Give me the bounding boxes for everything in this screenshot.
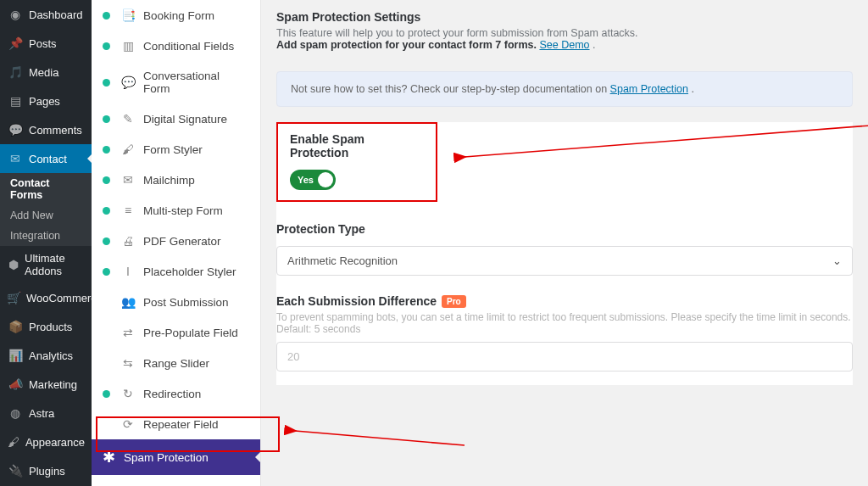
- pro-badge: Pro: [442, 295, 466, 308]
- wp-menu-label: Comments: [29, 124, 82, 137]
- status-dot-icon: [103, 12, 110, 20]
- enable-block-highlight: Enable Spam Protection Yes: [276, 122, 437, 202]
- addon-item-mailchimp[interactable]: ✉Mailchimp: [92, 165, 260, 195]
- page-icon: ▤: [7, 92, 24, 109]
- doc-link[interactable]: Spam Protection: [610, 83, 688, 95]
- wp-menu-label: Media: [29, 66, 58, 79]
- wp-menu-plugins[interactable]: 🔌Plugins: [0, 456, 92, 485]
- addon-item-repeater-field[interactable]: ⟳Repeater Field: [92, 409, 260, 439]
- addons-panel: 📑Booking Form▥Conditional Fields💬Convers…: [92, 0, 261, 486]
- status-dot-icon: [103, 207, 110, 215]
- wp-submenu-add-new[interactable]: Add New: [0, 205, 92, 226]
- addon-icon: ⟳: [121, 417, 135, 431]
- settings-subtitle-strong: Add spam protection for your contact for…: [276, 39, 539, 51]
- wp-submenu-integration[interactable]: Integration: [0, 226, 92, 246]
- wp-menu-astra[interactable]: ◍Astra: [0, 399, 92, 427]
- pin-icon: 📌: [7, 35, 24, 52]
- toggle-knob: [318, 172, 333, 187]
- addon-label: Multi-step Form: [143, 204, 223, 217]
- astra-icon: ◍: [7, 405, 24, 422]
- addon-item-submission-id[interactable]: ⊕Submission ID: [92, 475, 260, 486]
- submission-diff-input[interactable]: 20: [276, 342, 853, 371]
- addon-item-range-slider[interactable]: ⇆Range Slider: [92, 348, 260, 378]
- addon-item-pre-populate-field[interactable]: ⇄Pre-Populate Field: [92, 317, 260, 348]
- status-dot-icon: [103, 146, 110, 154]
- addon-item-placeholder-styler[interactable]: IPlaceholder Styler: [92, 256, 260, 287]
- wp-menu-pages[interactable]: ▤Pages: [0, 87, 92, 115]
- status-dot-icon: [103, 237, 110, 245]
- media-icon: 🎵: [7, 64, 24, 81]
- addon-item-booking-form[interactable]: 📑Booking Form: [92, 0, 260, 31]
- addon-icon: 👥: [121, 295, 135, 309]
- wp-menu-products[interactable]: 📦Products: [0, 312, 92, 341]
- settings-content: Spam Protection Settings This feature wi…: [261, 0, 868, 486]
- protection-type-block: Protection Type Arithmetic Recognition ⌄: [276, 217, 853, 289]
- wp-menu-comments[interactable]: 💬Comments: [0, 115, 92, 144]
- wp-menu-appearance[interactable]: 🖌Appearance: [0, 427, 92, 456]
- protection-type-select[interactable]: Arithmetic Recognition ⌄: [276, 246, 853, 276]
- analytics-icon: 📊: [7, 347, 24, 364]
- svg-line-3: [295, 431, 465, 445]
- wp-submenu-contact: Contact Forms Add New Integration: [0, 173, 92, 246]
- addon-item-post-submission[interactable]: 👥Post Submission: [92, 287, 260, 317]
- enable-toggle[interactable]: Yes: [290, 170, 336, 190]
- wp-menu-label: Analytics: [29, 349, 73, 362]
- wp-menu-ultimate-addons[interactable]: ⬢Ultimate Addons: [0, 246, 92, 283]
- wp-menu-media[interactable]: 🎵Media: [0, 58, 92, 87]
- wp-menu-label: Products: [29, 321, 72, 333]
- wp-menu-label: Ultimate Addons: [25, 252, 85, 277]
- addon-icon: ≡: [121, 204, 135, 217]
- addon-item-spam-protection[interactable]: ✱Spam Protection: [92, 439, 260, 475]
- status-dot-icon: [103, 268, 110, 276]
- addon-label: Booking Form: [143, 9, 214, 22]
- addon-icon: ▥: [121, 39, 135, 53]
- wp-menu-woocommerce[interactable]: 🛒WooCommerce: [0, 283, 92, 312]
- addon-item-conditional-fields[interactable]: ▥Conditional Fields: [92, 31, 260, 61]
- wp-menu-analytics[interactable]: 📊Analytics: [0, 341, 92, 370]
- addon-item-digital-signature[interactable]: ✎Digital Signature: [92, 103, 260, 134]
- addon-icon: ⇆: [121, 356, 135, 370]
- wp-menu-label: Plugins: [29, 465, 65, 478]
- status-dot-icon: [103, 79, 110, 87]
- addon-icon: 📑: [121, 8, 135, 22]
- brush-icon: 🖌: [7, 433, 20, 450]
- addon-item-conversational-form[interactable]: 💬Conversational Form: [92, 61, 260, 103]
- addon-label: Form Styler: [143, 143, 203, 156]
- wp-menu-marketing[interactable]: 📣Marketing: [0, 370, 92, 399]
- wp-menu-label: Contact: [29, 153, 67, 165]
- status-dot-icon: [103, 176, 110, 184]
- wp-menu-label: Marketing: [29, 378, 77, 391]
- addon-icon: 💬: [121, 75, 135, 89]
- protection-type-title: Protection Type: [276, 222, 853, 236]
- addon-label: PDF Generator: [143, 235, 221, 248]
- submission-diff-block: Each Submission Difference Pro To preven…: [276, 289, 853, 385]
- addon-item-form-styler[interactable]: 🖌Form Styler: [92, 134, 260, 165]
- wp-menu-label: Pages: [29, 95, 60, 108]
- settings-subtitle: This feature will help you to protect yo…: [276, 27, 853, 51]
- settings-panel: Enable Spam Protection Yes Protection Ty…: [276, 122, 853, 385]
- dashboard-icon: ◉: [7, 6, 24, 23]
- addon-label: Conversational Form: [143, 70, 249, 95]
- info-box: Not sure how to set this? Check our step…: [276, 71, 853, 107]
- addon-item-redirection[interactable]: ↻Redirection: [92, 378, 260, 409]
- wp-menu-contact[interactable]: ✉Contact: [0, 144, 92, 173]
- wp-menu-posts[interactable]: 📌Posts: [0, 29, 92, 58]
- addon-item-multi-step-form[interactable]: ≡Multi-step Form: [92, 195, 260, 226]
- addon-label: Post Submission: [143, 296, 229, 309]
- addon-icon: ⇄: [121, 326, 135, 339]
- chevron-down-icon: ⌄: [832, 254, 842, 267]
- submission-diff-title: Each Submission Difference: [276, 294, 437, 308]
- addon-label: Range Slider: [143, 357, 209, 370]
- addon-label: Pre-Populate Field: [143, 327, 238, 339]
- see-demo-link[interactable]: See Demo: [539, 39, 589, 51]
- wp-submenu-contact-forms[interactable]: Contact Forms: [0, 173, 92, 205]
- annotation-arrow-2: [278, 416, 490, 458]
- addon-icon: ✉: [121, 173, 135, 187]
- addon-item-pdf-generator[interactable]: 🖨PDF Generator: [92, 226, 260, 256]
- woo-icon: 🛒: [7, 289, 21, 306]
- plugin-icon: 🔌: [7, 462, 24, 479]
- addon-label: Digital Signature: [143, 113, 227, 126]
- settings-title: Spam Protection Settings: [276, 10, 853, 24]
- wp-menu-dashboard[interactable]: ◉Dashboard: [0, 0, 92, 29]
- wp-menu-label: Posts: [29, 37, 57, 50]
